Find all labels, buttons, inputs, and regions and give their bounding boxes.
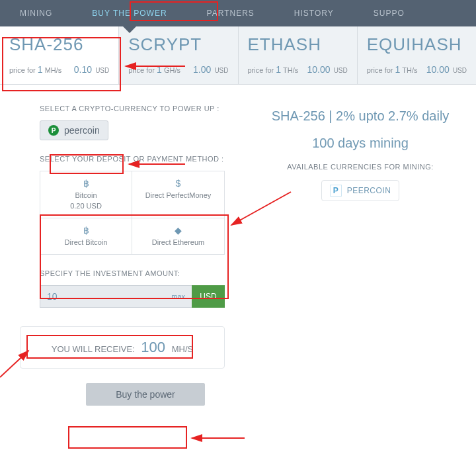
label-select-payment: SELECT YOUR DEPOSIT OR PAYMENT METHOD : (40, 155, 251, 163)
receive-value: 100 (141, 339, 165, 355)
dollar-icon: $ (139, 178, 218, 189)
payment-bitcoin[interactable]: ฿ Bitcoin 0.20 USD (40, 171, 132, 218)
right-subhead: 100 days mining (258, 136, 463, 151)
algo-title: EQUIHASH (367, 34, 467, 55)
algo-title: SHA-256 (9, 34, 109, 55)
algo-unit-label: price for 1 TH/s (248, 64, 299, 75)
algo-unit-label: price for 1 MH/s (9, 64, 61, 75)
receive-label: YOU WILL RECEIVE: (52, 344, 135, 354)
algo-card-ethash[interactable]: ETHASH price for 1 TH/s 10.00 USD (239, 26, 358, 84)
algo-card-equihash[interactable]: EQUIHASH price for 1 TH/s 10.00 USD (358, 26, 476, 84)
annotation-box (68, 426, 187, 449)
payment-direct-ethereum[interactable]: ◆ Direct Ethereum (132, 218, 224, 254)
payment-perfectmoney[interactable]: $ Direct PerfectMoney (132, 171, 224, 218)
peercoin-icon: P (48, 125, 59, 136)
receive-unit: MH/S (172, 344, 194, 354)
available-coin-name: PEERCOIN (347, 186, 391, 195)
bitcoin-icon: ฿ (47, 225, 125, 236)
algo-unit-label: price for 1 TH/s (367, 64, 418, 75)
buy-the-power-button[interactable]: Buy the power (86, 383, 205, 406)
algo-unit-label: price for 1 GH/s (128, 64, 180, 75)
right-avail-label: AVAILABLE CURRENCIES FOR MINING: (258, 163, 463, 171)
bitcoin-icon: ฿ (47, 178, 125, 189)
amount-input-value: 10 (47, 291, 58, 302)
available-coin-peercoin[interactable]: P PEERCOIN (321, 180, 400, 201)
amount-input[interactable]: 10 max (40, 285, 192, 308)
content: SELECT A CRYPTO-CURRENCY TO POWER UP : P… (0, 85, 476, 406)
label-specify-amount: SPECIFY THE INVESTMENT AMOUNT: (40, 269, 251, 277)
amount-row: 10 max USD (40, 285, 225, 308)
receive-box: YOU WILL RECEIVE: 100 MH/S (20, 326, 225, 369)
nav-tab-buy-the-power[interactable]: BUY THE POWER (72, 0, 186, 26)
algo-price: 1.00 USD (193, 64, 228, 75)
algo-price: 10.00 USD (426, 64, 467, 75)
algo-row: SHA-256 price for 1 MH/s 0.10 USD SCRYPT… (0, 26, 476, 85)
nav-tab-mining[interactable]: MINING (0, 0, 72, 26)
algo-title: SCRYPT (128, 34, 228, 55)
algo-card-sha256[interactable]: SHA-256 price for 1 MH/s 0.10 USD (0, 26, 119, 84)
algo-price: 0.10 USD (74, 64, 109, 75)
peercoin-square-icon: P (330, 185, 342, 197)
top-nav: MINING BUY THE POWER PARTNERS HISTORY SU… (0, 0, 476, 26)
payment-sub: 0.20 USD (47, 202, 125, 210)
ethereum-icon: ◆ (139, 225, 218, 236)
algo-price: 10.00 USD (307, 64, 348, 75)
algo-title: ETHASH (248, 34, 348, 55)
label-select-crypto: SELECT A CRYPTO-CURRENCY TO POWER UP : (40, 105, 251, 112)
amount-unit: USD (192, 285, 225, 308)
payment-name: Bitcoin (47, 191, 125, 199)
payment-name: Direct Ethereum (139, 238, 218, 246)
nav-tab-history[interactable]: HISTORY (274, 0, 354, 26)
algo-card-scrypt[interactable]: SCRYPT price for 1 GH/s 1.00 USD (119, 26, 238, 84)
payment-grid: ฿ Bitcoin 0.20 USD $ Direct PerfectMoney… (40, 171, 225, 255)
nav-tab-partners[interactable]: PARTNERS (187, 0, 274, 26)
amount-max-button[interactable]: max (171, 292, 185, 300)
payment-direct-bitcoin[interactable]: ฿ Direct Bitcoin (40, 218, 132, 254)
nav-tab-support[interactable]: SUPPO (354, 0, 424, 26)
payment-name: Direct Bitcoin (47, 238, 125, 246)
right-headline: SHA-256 | 2% upto 2.7% daily (258, 109, 463, 124)
crypto-select[interactable]: P peercoin (40, 120, 108, 140)
crypto-select-name: peercoin (64, 125, 100, 136)
payment-name: Direct PerfectMoney (139, 191, 218, 199)
